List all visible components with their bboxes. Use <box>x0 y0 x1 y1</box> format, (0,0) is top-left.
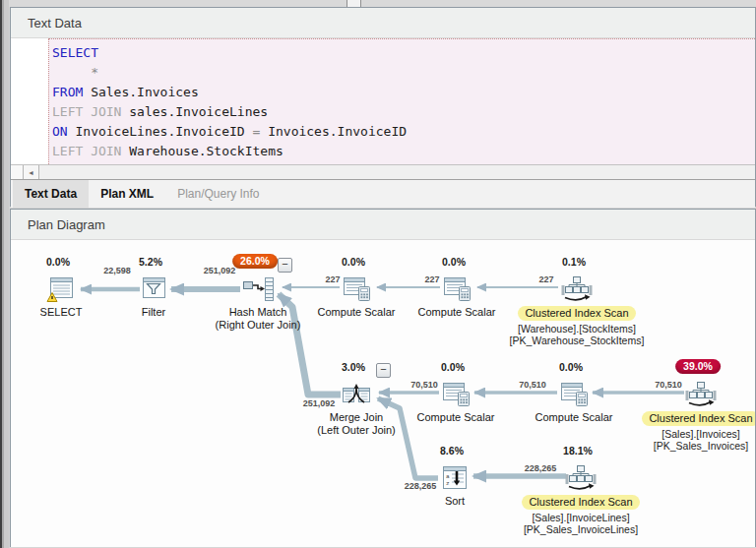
edge-rowcount-label: 70,510 <box>655 380 682 390</box>
select-icon <box>44 275 78 303</box>
node-cost-label: 0.0% <box>559 361 583 373</box>
node-cost-label: 18.1% <box>563 445 593 457</box>
sql-line: ON InvoiceLines.InvoiceID = Invoices.Inv… <box>52 122 755 142</box>
index-scan-icon <box>564 464 598 492</box>
svg-text:a: a <box>446 473 450 480</box>
plan-diagram-panel: Plan Diagram 22,598251,092227227227251,0… <box>10 209 756 547</box>
edge-rowcount-label: 228,265 <box>525 463 557 473</box>
sql-line: FROM Sales.Invoices <box>52 83 755 102</box>
plan-node-compute-scalar-3[interactable] <box>439 381 472 408</box>
sql-line: LEFT JOIN sales.InvoiceLines <box>52 102 755 122</box>
plan-node-filter[interactable] <box>137 275 170 303</box>
edge-rowcount-label: 228,265 <box>405 481 437 491</box>
node-label-index-scan-invoicelines: Clustered Index Scan[Sales].[InvoiceLine… <box>497 495 664 535</box>
node-cost-label: 0.0% <box>442 256 466 268</box>
node-cost-label: 0.0% <box>441 361 465 373</box>
edge-rowcount-label: 227 <box>424 274 439 284</box>
edge-rowcount-label: 70,510 <box>410 380 438 390</box>
splitter-handle-icon[interactable] <box>346 0 361 7</box>
node-label-index-scan-stockitems: Clustered Index Scan[Warehouse].[StockIt… <box>493 306 661 346</box>
scrollbar-track[interactable] <box>39 165 755 179</box>
node-object-label: [Sales].[InvoiceLines][PK_Sales_InvoiceL… <box>497 512 664 535</box>
sql-code[interactable]: SELECT *FROM Sales.InvoicesLEFT JOIN sal… <box>48 38 755 164</box>
plan-diagram-header: Plan Diagram <box>11 210 755 240</box>
plan-diagram-canvas[interactable]: 22,598251,092227227227251,09270,51070,51… <box>11 240 755 547</box>
scroll-left-button[interactable]: ◄ <box>24 165 39 179</box>
edge-rowcount-label: 251,092 <box>303 398 336 408</box>
compute-scalar-icon <box>340 275 373 303</box>
plan-node-hash-match[interactable] <box>241 275 275 303</box>
tab-text-data[interactable]: Text Data <box>13 180 89 208</box>
index-scan-icon <box>684 381 718 408</box>
sort-icon: az <box>438 464 472 492</box>
scroll-left-icon: ◄ <box>28 169 34 176</box>
plan-node-index-scan-invoicelines[interactable] <box>564 464 598 492</box>
collapse-button[interactable]: − <box>376 363 391 378</box>
node-cost-label: 8.6% <box>440 445 464 457</box>
sql-line: LEFT JOIN Warehouse.StockItems <box>52 142 755 161</box>
sql-editor[interactable]: SELECT *FROM Sales.InvoicesLEFT JOIN sal… <box>11 38 755 164</box>
top-splitter <box>9 0 756 7</box>
plan-node-index-scan-stockitems[interactable] <box>560 275 594 303</box>
compute-scalar-icon <box>439 381 472 408</box>
compute-scalar-icon <box>440 275 473 303</box>
node-cost-label: 3.0% <box>342 361 365 373</box>
node-cost-label: 0.0% <box>46 256 70 268</box>
node-label-highlight[interactable]: Clustered Index Scan <box>522 495 639 510</box>
compute-scalar-icon <box>557 381 591 408</box>
edge-rowcount-label: 22,598 <box>103 266 131 275</box>
node-label-highlight[interactable]: Clustered Index Scan <box>642 411 755 426</box>
edge-rowcount-label: 227 <box>325 274 340 284</box>
node-cost-label: 5.2% <box>139 256 162 268</box>
horizontal-scrollbar[interactable]: ◄ <box>11 164 755 179</box>
tab-plan-query-info[interactable]: Plan/Query Info <box>165 180 271 208</box>
app-window: Text Data SELECT *FROM Sales.InvoicesLEF… <box>0 0 756 548</box>
tab-plan-xml[interactable]: Plan XML <box>89 180 165 208</box>
node-cost-label: 0.0% <box>342 256 365 268</box>
text-data-title: Text Data <box>28 16 82 30</box>
plan-node-index-scan-invoices[interactable] <box>684 381 718 408</box>
node-cost-label: 0.1% <box>562 256 586 268</box>
cost-badge-hash-match: 26.0% <box>232 254 278 269</box>
sql-gutter <box>11 38 48 164</box>
node-label-index-scan-invoices: Clustered Index Scan[Sales].[Invoices][P… <box>617 411 755 452</box>
edge-rowcount-label: 227 <box>538 274 553 284</box>
tab-bar: Text DataPlan XMLPlan/Query Info <box>11 179 755 208</box>
collapse-button[interactable]: − <box>278 258 292 273</box>
edge-rowcount-label: 251,092 <box>204 266 236 275</box>
sql-line: * <box>52 63 755 83</box>
sql-line: ON InvoiceLines.StockItemID = StockItems… <box>52 161 755 164</box>
edge-rowcount-label: 70,510 <box>519 380 546 390</box>
node-label-highlight[interactable]: Clustered Index Scan <box>518 306 635 321</box>
merge-join-icon <box>340 381 373 408</box>
index-scan-icon <box>560 275 594 303</box>
plan-node-sort[interactable]: az <box>438 464 472 492</box>
plan-diagram-title: Plan Diagram <box>28 217 105 232</box>
plan-node-compute-scalar-4[interactable] <box>557 381 591 408</box>
left-edge <box>0 0 9 548</box>
plan-node-compute-scalar-1[interactable] <box>340 275 373 303</box>
plan-node-compute-scalar-2[interactable] <box>440 275 473 303</box>
plan-node-merge-join[interactable] <box>340 381 373 408</box>
sql-line: SELECT <box>52 43 755 63</box>
svg-text:z: z <box>446 480 450 487</box>
node-object-label: [Sales].[Invoices][PK_Sales_Invoices] <box>617 428 755 452</box>
scrollbar-corner <box>11 165 24 179</box>
hash-match-icon <box>241 275 275 303</box>
cost-badge-index-scan-invoices: 39.0% <box>675 359 721 374</box>
text-data-header: Text Data <box>11 8 755 38</box>
node-object-label: [Warehouse].[StockItems][PK_Warehouse_St… <box>493 323 661 346</box>
filter-icon <box>137 275 170 303</box>
plan-node-select[interactable] <box>44 275 78 303</box>
text-data-panel: Text Data SELECT *FROM Sales.InvoicesLEF… <box>10 7 756 207</box>
